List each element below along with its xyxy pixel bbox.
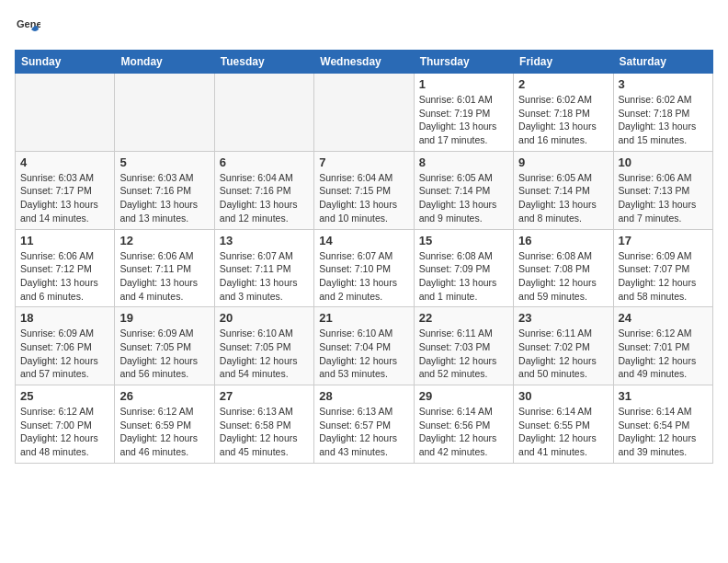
day-info: Sunrise: 6:12 AMSunset: 7:01 PMDaylight:… (619, 327, 708, 381)
day-number: 22 (419, 311, 508, 325)
day-number: 1 (419, 77, 508, 91)
day-number: 7 (319, 155, 408, 169)
day-info: Sunrise: 6:06 AMSunset: 7:11 PMDaylight:… (119, 249, 209, 304)
day-info: Sunrise: 6:09 AMSunset: 7:06 PMDaylight:… (20, 327, 109, 381)
day-number: 14 (319, 234, 408, 247)
calendar-day-header: Saturday (613, 51, 712, 74)
calendar-day-cell: 15Sunrise: 6:08 AMSunset: 7:09 PMDayligh… (414, 229, 513, 307)
calendar-table: SundayMondayTuesdayWednesdayThursdayFrid… (15, 50, 713, 464)
day-info: Sunrise: 6:13 AMSunset: 6:58 PMDaylight:… (220, 405, 309, 459)
calendar-day-cell: 25Sunrise: 6:12 AMSunset: 7:00 PMDayligh… (16, 385, 115, 464)
calendar-week-row: 18Sunrise: 6:09 AMSunset: 7:06 PMDayligh… (16, 307, 713, 385)
day-info: Sunrise: 6:09 AMSunset: 7:05 PMDaylight:… (119, 327, 209, 381)
calendar-day-cell: 20Sunrise: 6:10 AMSunset: 7:05 PMDayligh… (214, 307, 313, 385)
day-info: Sunrise: 6:04 AMSunset: 7:16 PMDaylight:… (220, 171, 309, 225)
calendar-week-row: 4Sunrise: 6:03 AMSunset: 7:17 PMDaylight… (16, 151, 713, 229)
calendar-day-header: Monday (115, 51, 214, 74)
day-number: 17 (619, 234, 708, 247)
day-info: Sunrise: 6:06 AMSunset: 7:12 PMDaylight:… (20, 249, 109, 304)
calendar-day-cell: 27Sunrise: 6:13 AMSunset: 6:58 PMDayligh… (214, 385, 313, 464)
day-info: Sunrise: 6:12 AMSunset: 7:00 PMDaylight:… (20, 405, 109, 459)
calendar-week-row: 11Sunrise: 6:06 AMSunset: 7:12 PMDayligh… (16, 229, 713, 307)
day-number: 31 (619, 389, 708, 403)
day-number: 6 (220, 155, 309, 169)
calendar-day-cell (115, 74, 214, 152)
calendar-day-cell: 30Sunrise: 6:14 AMSunset: 6:55 PMDayligh… (514, 385, 613, 464)
calendar-day-cell: 28Sunrise: 6:13 AMSunset: 6:57 PMDayligh… (314, 385, 414, 464)
calendar-day-cell: 7Sunrise: 6:04 AMSunset: 7:15 PMDaylight… (314, 151, 414, 229)
day-info: Sunrise: 6:04 AMSunset: 7:15 PMDaylight:… (319, 171, 408, 225)
day-info: Sunrise: 6:13 AMSunset: 6:57 PMDaylight:… (319, 405, 408, 459)
calendar-day-cell: 5Sunrise: 6:03 AMSunset: 7:16 PMDaylight… (115, 151, 214, 229)
day-info: Sunrise: 6:09 AMSunset: 7:07 PMDaylight:… (619, 249, 708, 304)
day-info: Sunrise: 6:14 AMSunset: 6:56 PMDaylight:… (419, 405, 508, 459)
calendar-week-row: 1Sunrise: 6:01 AMSunset: 7:19 PMDaylight… (16, 74, 713, 152)
day-number: 10 (619, 155, 708, 169)
calendar-day-cell: 8Sunrise: 6:05 AMSunset: 7:14 PMDaylight… (414, 151, 513, 229)
calendar-day-cell: 14Sunrise: 6:07 AMSunset: 7:10 PMDayligh… (314, 229, 414, 307)
day-number: 19 (119, 311, 209, 325)
calendar-day-cell (314, 74, 414, 152)
day-info: Sunrise: 6:14 AMSunset: 6:54 PMDaylight:… (619, 405, 708, 459)
day-number: 24 (619, 311, 708, 325)
day-number: 3 (619, 77, 708, 91)
logo-icon: General (15, 15, 40, 40)
calendar-day-cell (16, 74, 115, 152)
day-info: Sunrise: 6:08 AMSunset: 7:09 PMDaylight:… (419, 249, 508, 304)
day-number: 12 (119, 234, 209, 247)
day-info: Sunrise: 6:05 AMSunset: 7:14 PMDaylight:… (518, 171, 608, 225)
day-number: 2 (518, 77, 608, 91)
calendar-day-cell: 9Sunrise: 6:05 AMSunset: 7:14 PMDaylight… (514, 151, 613, 229)
day-info: Sunrise: 6:05 AMSunset: 7:14 PMDaylight:… (419, 171, 508, 225)
day-number: 16 (518, 234, 608, 247)
calendar-day-cell: 24Sunrise: 6:12 AMSunset: 7:01 PMDayligh… (613, 307, 712, 385)
day-number: 25 (20, 389, 109, 403)
calendar-day-cell: 1Sunrise: 6:01 AMSunset: 7:19 PMDaylight… (414, 74, 513, 152)
calendar-day-cell: 4Sunrise: 6:03 AMSunset: 7:17 PMDaylight… (16, 151, 115, 229)
calendar-day-cell: 12Sunrise: 6:06 AMSunset: 7:11 PMDayligh… (115, 229, 214, 307)
calendar-day-header: Wednesday (314, 51, 414, 74)
calendar-day-cell: 6Sunrise: 6:04 AMSunset: 7:16 PMDaylight… (214, 151, 313, 229)
calendar-day-header: Tuesday (214, 51, 313, 74)
calendar-day-cell: 13Sunrise: 6:07 AMSunset: 7:11 PMDayligh… (214, 229, 313, 307)
logo: General (15, 15, 44, 40)
day-info: Sunrise: 6:08 AMSunset: 7:08 PMDaylight:… (518, 249, 608, 304)
calendar-day-cell: 18Sunrise: 6:09 AMSunset: 7:06 PMDayligh… (16, 307, 115, 385)
calendar-day-cell: 17Sunrise: 6:09 AMSunset: 7:07 PMDayligh… (613, 229, 712, 307)
day-info: Sunrise: 6:01 AMSunset: 7:19 PMDaylight:… (419, 93, 508, 147)
day-info: Sunrise: 6:03 AMSunset: 7:16 PMDaylight:… (119, 171, 209, 225)
day-info: Sunrise: 6:06 AMSunset: 7:13 PMDaylight:… (619, 171, 708, 225)
calendar-day-cell: 29Sunrise: 6:14 AMSunset: 6:56 PMDayligh… (414, 385, 513, 464)
calendar-day-cell: 31Sunrise: 6:14 AMSunset: 6:54 PMDayligh… (613, 385, 712, 464)
day-number: 8 (419, 155, 508, 169)
day-info: Sunrise: 6:07 AMSunset: 7:11 PMDaylight:… (220, 249, 309, 304)
day-number: 11 (20, 234, 109, 247)
day-number: 5 (119, 155, 209, 169)
day-info: Sunrise: 6:03 AMSunset: 7:17 PMDaylight:… (20, 171, 109, 225)
calendar-week-row: 25Sunrise: 6:12 AMSunset: 7:00 PMDayligh… (16, 385, 713, 464)
page-header: General (15, 15, 713, 40)
calendar-day-cell: 19Sunrise: 6:09 AMSunset: 7:05 PMDayligh… (115, 307, 214, 385)
day-info: Sunrise: 6:02 AMSunset: 7:18 PMDaylight:… (619, 93, 708, 147)
calendar-day-header: Friday (514, 51, 613, 74)
day-number: 28 (319, 389, 408, 403)
day-number: 13 (220, 234, 309, 247)
day-number: 15 (419, 234, 508, 247)
calendar-day-cell: 10Sunrise: 6:06 AMSunset: 7:13 PMDayligh… (613, 151, 712, 229)
calendar-day-cell: 3Sunrise: 6:02 AMSunset: 7:18 PMDaylight… (613, 74, 712, 152)
day-number: 26 (119, 389, 209, 403)
calendar-header-row: SundayMondayTuesdayWednesdayThursdayFrid… (16, 51, 713, 74)
day-number: 20 (220, 311, 309, 325)
calendar-day-cell (214, 74, 313, 152)
day-number: 18 (20, 311, 109, 325)
day-number: 21 (319, 311, 408, 325)
day-info: Sunrise: 6:12 AMSunset: 6:59 PMDaylight:… (119, 405, 209, 459)
day-number: 9 (518, 155, 608, 169)
day-info: Sunrise: 6:11 AMSunset: 7:02 PMDaylight:… (518, 327, 608, 381)
calendar-day-cell: 23Sunrise: 6:11 AMSunset: 7:02 PMDayligh… (514, 307, 613, 385)
day-number: 30 (518, 389, 608, 403)
day-number: 4 (20, 155, 109, 169)
calendar-day-cell: 22Sunrise: 6:11 AMSunset: 7:03 PMDayligh… (414, 307, 513, 385)
calendar-day-cell: 2Sunrise: 6:02 AMSunset: 7:18 PMDaylight… (514, 74, 613, 152)
calendar-day-cell: 16Sunrise: 6:08 AMSunset: 7:08 PMDayligh… (514, 229, 613, 307)
